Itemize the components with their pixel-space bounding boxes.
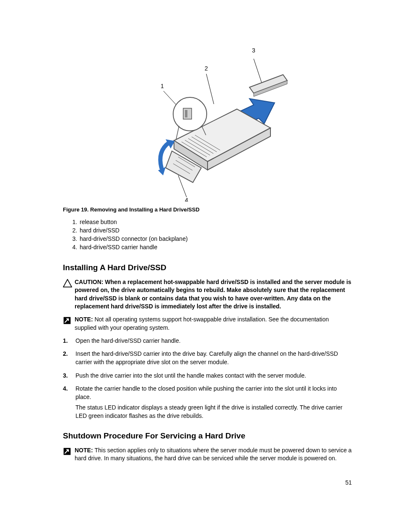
- caution-icon: [63, 278, 75, 310]
- caution-label: CAUTION:: [75, 279, 105, 285]
- figure-caption: Figure 19. Removing and Installing a Har…: [63, 206, 352, 213]
- note-label: NOTE:: [75, 447, 94, 454]
- section-heading-install: Installing A Hard Drive/SSD: [63, 263, 352, 272]
- note-body: This section applies only to situations …: [75, 447, 352, 462]
- step-item: Insert the hard-drive/SSD carrier into t…: [63, 350, 352, 366]
- document-page: 3 2 1 4: [0, 0, 400, 532]
- legend-item: release button: [79, 219, 352, 225]
- note-admonition: NOTE: Not all operating systems support …: [63, 316, 352, 332]
- note-label: NOTE:: [75, 316, 94, 323]
- install-steps: Open the hard-drive/SSD carrier handle. …: [63, 337, 352, 420]
- callout-4: 4: [185, 197, 188, 201]
- svg-line-19: [176, 126, 179, 139]
- svg-line-1: [206, 74, 214, 104]
- note-icon: [63, 446, 75, 463]
- note-body: Not all operating systems support hot-sw…: [75, 316, 329, 331]
- caution-text: CAUTION: When a replacement hot-swappabl…: [75, 278, 352, 310]
- note-text: NOTE: This section applies only to situa…: [75, 446, 352, 463]
- svg-line-0: [254, 59, 262, 84]
- page-number: 51: [345, 479, 352, 486]
- figure-illustration: 3 2 1 4: [119, 42, 296, 201]
- connector-graphic: [249, 75, 287, 96]
- note-text: NOTE: Not all operating systems support …: [75, 316, 352, 332]
- callout-3: 3: [252, 47, 255, 54]
- callout-1: 1: [161, 83, 164, 89]
- caution-admonition: CAUTION: When a replacement hot-swappabl…: [63, 278, 352, 310]
- step-item: Open the hard-drive/SSD carrier handle.: [63, 337, 352, 345]
- figure-legend: release button hard drive/SSD hard-drive…: [79, 219, 352, 250]
- legend-item: hard-drive/SSD carrier handle: [79, 244, 352, 250]
- note-icon: [63, 316, 75, 332]
- section-heading-shutdown: Shutdown Procedure For Servicing a Hard …: [63, 431, 352, 441]
- hard-drive-diagram: 3 2 1 4: [119, 42, 296, 201]
- step-item: Rotate the carrier handle to the closed …: [63, 385, 352, 420]
- note-admonition: NOTE: This section applies only to situa…: [63, 446, 352, 463]
- step-item: Push the drive carrier into the slot unt…: [63, 372, 352, 380]
- legend-item: hard drive/SSD: [79, 227, 352, 234]
- caution-body: When a replacement hot-swappable hard dr…: [75, 279, 351, 310]
- svg-rect-18: [185, 110, 187, 117]
- callout-2: 2: [205, 65, 208, 72]
- legend-item: hard-drive/SSD connector (on backplane): [79, 235, 352, 242]
- svg-marker-27: [63, 279, 72, 287]
